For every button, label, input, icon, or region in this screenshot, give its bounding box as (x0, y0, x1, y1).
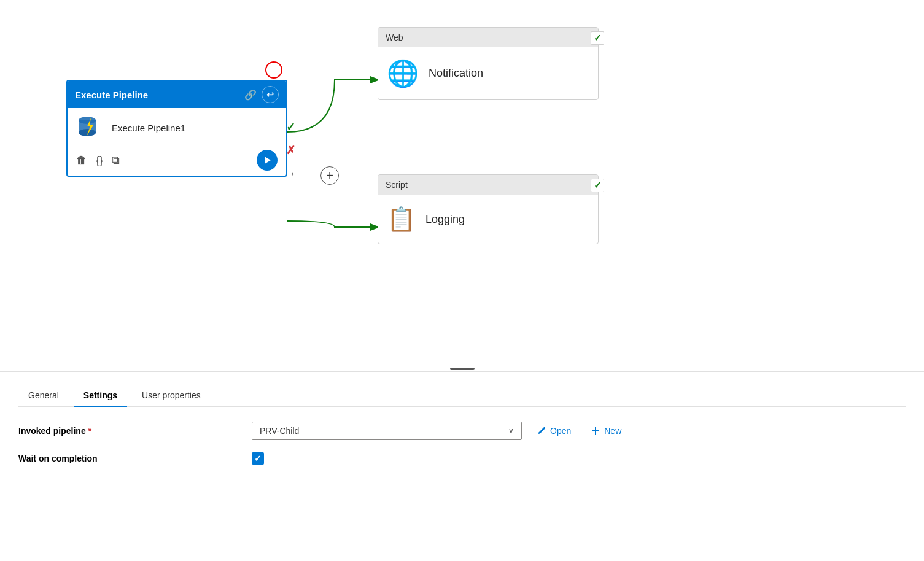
complete-connection-icon[interactable]: → (282, 166, 298, 182)
tab-settings[interactable]: Settings (74, 384, 127, 406)
new-pipeline-button[interactable]: New (586, 424, 626, 438)
panel-divider (0, 371, 924, 372)
redo-button[interactable]: ↩ (262, 86, 279, 103)
execute-pipeline-action-icons: 🗑 {} ⧉ (76, 154, 120, 167)
script-logging-category: Script (386, 180, 408, 190)
wait-on-completion-label: Wait on completion (18, 454, 252, 463)
divider-handle[interactable] (450, 368, 475, 370)
dropdown-arrow-icon: ∨ (508, 427, 514, 435)
link-icon[interactable]: 🔗 (244, 89, 257, 101)
settings-tabs: General Settings User properties (18, 372, 906, 407)
execute-pipeline-header: Execute Pipeline 🔗 ↩ (68, 81, 286, 108)
invoked-pipeline-row: Invoked pipeline* PRV-Child ∨ Open New (18, 422, 906, 440)
globe-icon: 🌐 (387, 58, 419, 88)
node-status-indicator (265, 61, 282, 79)
execute-pipeline-actions: 🗑 {} ⧉ (76, 147, 278, 171)
canvas-area: Execute Pipeline 🔗 ↩ (0, 0, 924, 371)
fail-connection-icon[interactable]: ✗ (282, 142, 298, 158)
tab-user-properties[interactable]: User properties (132, 384, 211, 406)
execute-pipeline-node: Execute Pipeline 🔗 ↩ (66, 80, 287, 177)
wait-on-completion-row: Wait on completion (18, 452, 906, 465)
script-logging-check[interactable]: ✓ (591, 179, 604, 192)
pencil-icon (537, 426, 546, 436)
execute-pipeline-title: Execute Pipeline (75, 90, 148, 100)
script-icon: 📋 (387, 206, 416, 233)
bottom-panel: General Settings User properties Invoked… (0, 372, 924, 561)
wait-on-completion-checkbox[interactable] (252, 452, 264, 465)
execute-pipeline-instance-label: Execute Pipeline1 (112, 123, 185, 133)
web-notification-header: Web ✓ (378, 28, 598, 47)
run-button[interactable] (257, 150, 278, 171)
delete-icon[interactable]: 🗑 (76, 154, 87, 167)
plus-icon (591, 426, 600, 436)
params-icon[interactable]: {} (96, 154, 103, 167)
script-logging-label: Logging (425, 213, 465, 226)
connection-type-icons: ✓ ✗ → (282, 119, 298, 182)
new-label: New (604, 426, 621, 436)
open-label: Open (550, 426, 571, 436)
execute-pipeline-header-icons: 🔗 ↩ (244, 86, 279, 103)
pipeline-icon (76, 114, 103, 141)
web-notification-check[interactable]: ✓ (591, 31, 604, 45)
tab-general[interactable]: General (18, 384, 69, 406)
invoked-pipeline-dropdown[interactable]: PRV-Child ∨ (252, 422, 522, 440)
svg-marker-4 (265, 157, 271, 164)
open-pipeline-button[interactable]: Open (532, 424, 576, 438)
web-notification-node: Web ✓ 🌐 Notification (378, 27, 599, 100)
invoked-pipeline-label: Invoked pipeline* (18, 426, 252, 436)
wait-on-completion-control (252, 452, 264, 465)
success-connection-icon[interactable]: ✓ (282, 119, 298, 135)
required-star: * (88, 426, 91, 436)
add-node-button[interactable]: + (320, 166, 339, 185)
web-notification-category: Web (386, 33, 403, 42)
execute-pipeline-content: Execute Pipeline1 (76, 114, 278, 141)
web-notification-body: 🌐 Notification (378, 47, 598, 99)
execute-pipeline-body: Execute Pipeline1 🗑 {} ⧉ (68, 108, 286, 176)
invoked-pipeline-control: PRV-Child ∨ Open New (252, 422, 626, 440)
copy-icon[interactable]: ⧉ (112, 154, 120, 167)
script-logging-header: Script ✓ (378, 175, 598, 195)
web-notification-label: Notification (429, 67, 483, 80)
script-logging-node: Script ✓ 📋 Logging (378, 174, 599, 244)
dropdown-value: PRV-Child (260, 426, 299, 436)
script-logging-body: 📋 Logging (378, 195, 598, 244)
